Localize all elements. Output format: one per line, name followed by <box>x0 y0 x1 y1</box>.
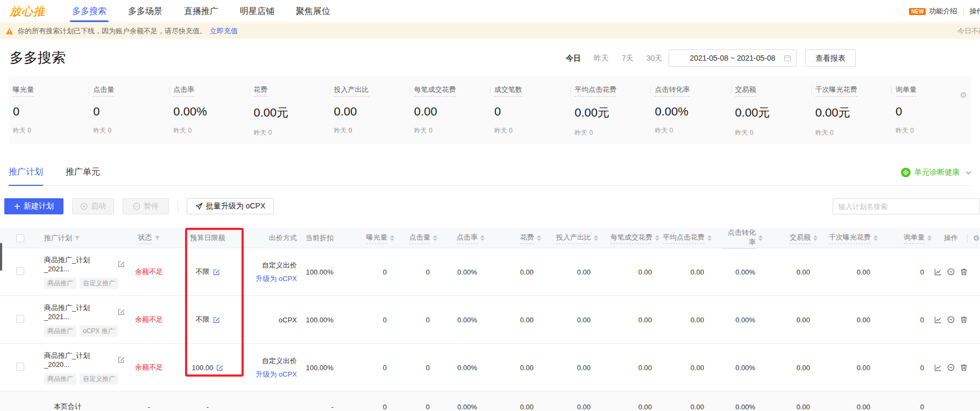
nav-tab-duoduo-search[interactable]: 多多搜索 <box>61 0 117 22</box>
metric-label[interactable]: 成交笔数 <box>494 85 522 97</box>
sort-icon[interactable] <box>390 235 394 241</box>
metric-label[interactable]: 花费 <box>254 85 268 97</box>
plan-name[interactable]: 商品推广_计划_2020... <box>44 351 115 369</box>
upgrade-ocpx-link[interactable]: 升级为 oCPX <box>255 274 297 284</box>
metric-label[interactable]: 点击转化率 <box>655 85 690 97</box>
left-scroll-indicator[interactable] <box>0 243 2 271</box>
view-report-button[interactable]: 查看报表 <box>805 49 856 67</box>
tab-promotion-plan[interactable]: 推广计划 <box>9 167 43 186</box>
trash-icon[interactable] <box>960 364 968 371</box>
col-gmv[interactable]: 交易额 <box>790 233 811 244</box>
col-clicks[interactable]: 点击量 <box>409 233 430 244</box>
edit-name-icon[interactable] <box>118 308 125 315</box>
sort-icon[interactable] <box>594 235 598 241</box>
plan-name[interactable]: 商品推广_计划_2021... <box>44 303 115 321</box>
trash-icon[interactable] <box>960 316 968 323</box>
range-7days[interactable]: 7天 <box>622 54 634 63</box>
col-cvr[interactable]: 点击转化率 <box>722 228 756 249</box>
cell-impressions: 0 <box>383 268 387 276</box>
nav-tab-focus-display[interactable]: 聚焦展位 <box>285 0 341 22</box>
recharge-link[interactable]: 立即充值 <box>210 26 238 36</box>
trash-icon[interactable] <box>960 268 968 276</box>
metric-value: 0.00元 <box>574 105 650 121</box>
row-checkbox[interactable] <box>16 267 24 275</box>
chart-icon[interactable] <box>934 316 942 323</box>
edit-name-icon[interactable] <box>118 356 125 363</box>
col-inquiries[interactable]: 询单量 <box>904 233 925 244</box>
plan-search-input[interactable] <box>833 198 980 214</box>
metric-label[interactable]: 点击率 <box>173 85 194 97</box>
cell-clicks: 0 <box>426 268 430 276</box>
col-cpm[interactable]: 千次曝光花费 <box>829 233 871 244</box>
range-30days[interactable]: 30天 <box>647 54 663 63</box>
sort-icon[interactable] <box>813 235 818 241</box>
cell-roi: 0.00 <box>577 268 591 276</box>
banner-dismiss-link[interactable]: 今日不再提示 <box>957 26 980 36</box>
select-all-checkbox[interactable] <box>16 234 24 242</box>
col-ctr[interactable]: 点击率 <box>457 233 478 244</box>
filter-icon[interactable] <box>74 235 80 241</box>
col-cost-per-order[interactable]: 每笔成交花费 <box>610 233 652 244</box>
table-row: 商品推广_计划_2021... 商品推广 自定义推广 余额不足 不限 自定义出价… <box>0 248 980 296</box>
metric-label[interactable]: 投入产出比 <box>334 85 369 97</box>
nav-tab-duoduo-scene[interactable]: 多多场景 <box>117 0 173 22</box>
col-spend[interactable]: 花费 <box>520 233 534 244</box>
plan-name[interactable]: 商品推广_计划_2021... <box>44 255 115 273</box>
feature-intro-link[interactable]: 功能介绍 <box>929 6 957 16</box>
edit-budget-icon[interactable] <box>213 269 220 276</box>
tab-promotion-unit[interactable]: 推广单元 <box>66 167 100 185</box>
edit-name-icon[interactable] <box>118 261 125 268</box>
col-avg-click-cost[interactable]: 平均点击花费 <box>663 233 705 244</box>
row-checkbox[interactable] <box>16 315 24 323</box>
col-roi[interactable]: 投入产出比 <box>556 233 591 244</box>
summary-row: 本页合计 - - - 0 0 0.00% 0.00 0.00 0.00 0.00… <box>0 392 980 411</box>
metrics-settings-icon[interactable]: ⚙ <box>960 90 967 100</box>
edit-budget-icon[interactable] <box>216 364 223 371</box>
nav-tab-star-shop[interactable]: 明星店铺 <box>229 0 285 22</box>
metric-clicks: 点击量 0 昨天 0 <box>89 85 169 144</box>
sort-icon[interactable] <box>433 235 437 241</box>
pause-button[interactable]: 暂停 <box>123 198 169 214</box>
range-today[interactable]: 今日 <box>566 54 581 63</box>
sort-icon[interactable] <box>758 235 763 241</box>
sort-icon[interactable] <box>655 235 659 241</box>
nav-tab-live-promo[interactable]: 直播推广 <box>173 0 229 22</box>
summary-avg-click-cost: 0.00 <box>691 403 704 411</box>
row-checkbox[interactable] <box>16 363 24 371</box>
sort-icon[interactable] <box>537 235 541 241</box>
sort-icon[interactable] <box>927 235 932 241</box>
range-yesterday[interactable]: 昨天 <box>594 54 609 63</box>
filter-icon[interactable] <box>154 235 160 241</box>
metric-label[interactable]: 曝光量 <box>13 85 34 97</box>
health-label: 单元诊断健康 <box>914 168 960 177</box>
operation-guide-link[interactable]: 操作指南 <box>970 6 980 16</box>
circle-minus-icon[interactable] <box>947 268 955 276</box>
metric-label[interactable]: 点击量 <box>93 85 114 97</box>
circle-minus-icon[interactable] <box>947 364 955 371</box>
metric-label[interactable]: 平均点击花费 <box>574 85 616 97</box>
metric-label[interactable]: 千次曝光花费 <box>815 85 857 97</box>
col-impressions[interactable]: 曝光量 <box>366 233 387 244</box>
metric-yesterday: 昨天 0 <box>414 126 490 135</box>
summary-roi: 0.00 <box>577 403 591 411</box>
circle-minus-icon[interactable] <box>947 316 955 323</box>
play-icon <box>80 203 88 210</box>
batch-upgrade-button[interactable]: 批量升级为 oCPX <box>187 198 274 214</box>
new-plan-button[interactable]: 新建计划 <box>4 198 63 214</box>
column-settings-icon[interactable]: ⚙ <box>973 234 980 242</box>
date-range-picker[interactable]: 2021-05-08 ~ 2021-05-08 <box>669 49 797 67</box>
chart-icon[interactable] <box>934 364 942 371</box>
start-button[interactable]: 启动 <box>72 198 114 214</box>
chart-icon[interactable] <box>934 268 942 276</box>
metric-label[interactable]: 交易额 <box>735 85 756 97</box>
col-status[interactable]: 状态 <box>138 233 152 244</box>
metric-label[interactable]: 每笔成交花费 <box>414 85 456 97</box>
metric-yesterday: 昨天 0 <box>735 128 811 138</box>
upgrade-ocpx-link[interactable]: 升级为 oCPX <box>255 370 297 379</box>
metric-label[interactable]: 询单量 <box>896 85 917 97</box>
unit-health-diagnosis[interactable]: 单元诊断健康 <box>901 167 971 177</box>
sort-icon[interactable] <box>707 235 712 241</box>
sort-icon[interactable] <box>874 235 878 241</box>
sort-icon[interactable] <box>480 235 485 241</box>
edit-budget-icon[interactable] <box>213 316 220 323</box>
